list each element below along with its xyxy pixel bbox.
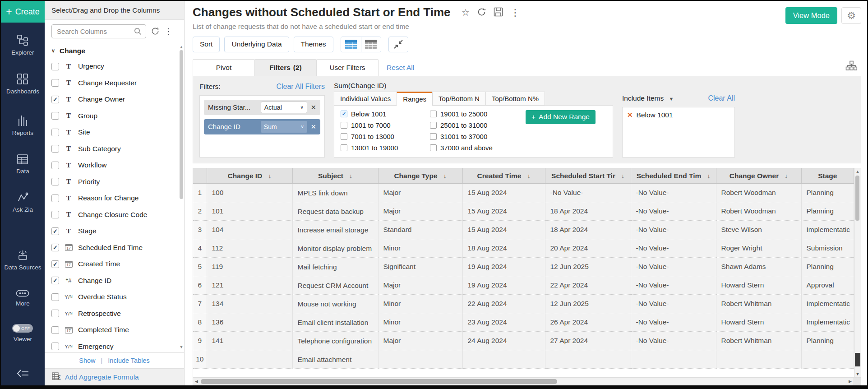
table-row[interactable]: 9141Telephone configurationMajor24 Aug 2… [193,332,854,350]
column-group-change[interactable]: ∨ Change [51,43,184,58]
create-button[interactable]: + Create [1,1,45,23]
view-mode-button[interactable]: View Mode [785,7,837,24]
scroll-up-icon[interactable]: ▲ [854,169,861,174]
sidebar-item-viewer[interactable]: OFFViewer [5,324,42,343]
column-item-retrospective[interactable]: Y/NRetrospective [51,306,184,322]
checkbox-unchecked[interactable] [341,122,347,129]
sidebar-item-data[interactable]: Data [5,154,42,176]
table-row[interactable]: 8136Email client installationMinor23 Aug… [193,313,854,332]
sidebar-item-more[interactable]: More [5,290,42,308]
sort-descending-icon[interactable]: ↓ [268,172,271,180]
column-panel-menu-icon[interactable]: ⋮ [164,27,173,36]
column-header-subject[interactable]: Subject↓ [292,168,378,184]
table-row[interactable]: 10Email attachment [193,350,854,369]
scrollbar-thumb[interactable] [201,379,557,384]
clear-all-included-link[interactable]: Clear All [708,94,735,102]
column-item-change-owner[interactable]: TChange Owner [51,91,184,108]
column-item-stage[interactable]: TStage [51,223,184,240]
checkbox-unchecked[interactable] [51,178,59,185]
sort-descending-icon[interactable]: ↓ [443,172,447,180]
checkbox-unchecked[interactable] [430,144,437,151]
checkbox-unchecked[interactable] [51,293,59,301]
sort-button[interactable]: Sort [193,37,220,52]
scrollbar-block[interactable] [855,353,860,366]
checkbox-unchecked[interactable] [430,133,437,140]
checkbox-checked[interactable] [341,111,347,117]
table-row[interactable]: 1100MPLS link downMajor15 Aug 2024-No Va… [193,184,854,202]
checkbox-checked[interactable] [51,244,59,251]
checkbox-unchecked[interactable] [51,326,59,334]
column-item-overdue-status[interactable]: Y/NOverdue Status [51,289,184,306]
range-option-13001-to-19000[interactable]: 13001 to 19000 [341,144,416,152]
column-item-site[interactable]: TSite [51,124,184,141]
column-item-created-time[interactable]: 17Created Time [51,256,184,273]
checkbox-unchecked[interactable] [51,112,59,120]
scrollbar-thumb[interactable] [855,176,859,221]
table-vertical-scrollbar[interactable]: ▲ ▼ [854,168,861,377]
range-option-1001-to-7000[interactable]: 1001 to 7000 [341,121,416,129]
column-item-reason-for-change[interactable]: TReason for Change [51,190,184,207]
table-view-blue-icon[interactable] [341,37,361,52]
column-header-created-time[interactable]: Created Time↓ [462,168,545,184]
remove-filter-icon[interactable]: ✕ [311,104,316,111]
scroll-left-icon[interactable]: ◀ [193,379,200,384]
table-row[interactable]: 4112Monitor display problemMinor18 Aug 2… [193,239,854,258]
sidebar-item-reports[interactable]: Reports [5,115,42,137]
sort-descending-icon[interactable]: ↓ [349,172,352,180]
remove-included-item-icon[interactable]: ✕ [627,111,633,119]
scroll-up-icon[interactable]: ▲ [180,45,184,49]
checkbox-checked[interactable] [51,96,59,103]
checkbox-unchecked[interactable] [51,343,59,350]
column-item-workflow[interactable]: TWorkflow [51,157,184,174]
range-option-19001-to-25000[interactable]: 19001 to 25000 [430,110,506,118]
sidebar-item-explorer[interactable]: Explorer [5,34,42,57]
checkbox-checked[interactable] [51,277,59,284]
filter-aggregate-select[interactable]: Sum∨ [261,121,307,133]
more-options-kebab-icon[interactable]: ⋮ [510,8,520,17]
tab-user-filters[interactable]: User Filters [316,59,379,76]
column-item-urgency[interactable]: TUrgency [51,58,184,75]
range-option-31001-to-37000[interactable]: 31001 to 37000 [430,133,506,140]
column-header-scheduled-start-tir[interactable]: Scheduled Start Tir↓ [545,168,631,184]
subtab-top-bottom-n[interactable]: Top/Bottom N [432,92,486,106]
subtab-ranges[interactable]: Ranges [397,92,433,106]
search-columns-input[interactable] [56,27,131,36]
column-header-change-type[interactable]: Change Type↓ [378,168,462,184]
collapse-sidebar-icon[interactable] [17,368,29,381]
table-row[interactable]: 7134Mouse not workingMinor22 Aug 202412 … [193,295,854,313]
column-header-stage[interactable]: Stage [801,168,854,184]
range-option-37000-and-above[interactable]: 37000 and above [430,144,506,152]
sidebar-item-data-sources[interactable]: Data Sources [5,249,42,272]
themes-button[interactable]: Themes [294,37,333,52]
sort-descending-icon[interactable]: ↓ [785,172,788,180]
compress-view-button[interactable] [388,37,408,52]
table-view-gray-icon[interactable] [361,37,381,52]
table-row[interactable]: 2101Request data backupMajor15 Aug 20241… [193,202,854,221]
checkbox-checked[interactable] [51,260,59,268]
scroll-down-icon[interactable]: ▼ [854,372,861,376]
tab-pivot[interactable]: Pivot [193,59,255,76]
add-new-range-button[interactable]: + Add New Range [526,110,596,124]
sort-descending-icon[interactable]: ↓ [707,172,710,180]
include-tables-link[interactable]: Include Tables [108,357,149,364]
refresh-columns-icon[interactable] [151,27,160,36]
checkbox-unchecked[interactable] [51,63,59,70]
table-row[interactable]: 5119Mail fetchingSignificant19 Aug 20241… [193,258,854,276]
column-item-completed-time[interactable]: 17Completed Time [51,322,184,338]
underlying-data-button[interactable]: Underlying Data [224,37,289,52]
column-header-scheduled-end-tim[interactable]: Scheduled End Tim↓ [631,168,716,184]
clear-all-filters-link[interactable]: Clear All Filters [276,83,325,91]
table-row[interactable]: 6121Request CRM AccountMajor19 Aug 20242… [193,276,854,295]
checkbox-unchecked[interactable] [51,129,59,136]
add-aggregate-link[interactable]: Add Aggregate Formula [65,373,139,381]
add-aggregate-row[interactable]: Σ Add Aggregate Formula [45,368,184,385]
refresh-report-icon[interactable] [477,7,486,18]
checkbox-unchecked[interactable] [51,310,59,317]
reset-all-link[interactable]: Reset All [387,64,414,72]
column-header-change-owner[interactable]: Change Owner↓ [716,168,801,184]
column-header-change-id[interactable]: Change ID↓ [207,168,292,184]
range-option-25001-to-31000[interactable]: 25001 to 31000 [430,121,506,129]
checkbox-unchecked[interactable] [341,144,347,151]
checkbox-unchecked[interactable] [51,79,59,87]
scrollbar-thumb[interactable] [180,50,183,199]
